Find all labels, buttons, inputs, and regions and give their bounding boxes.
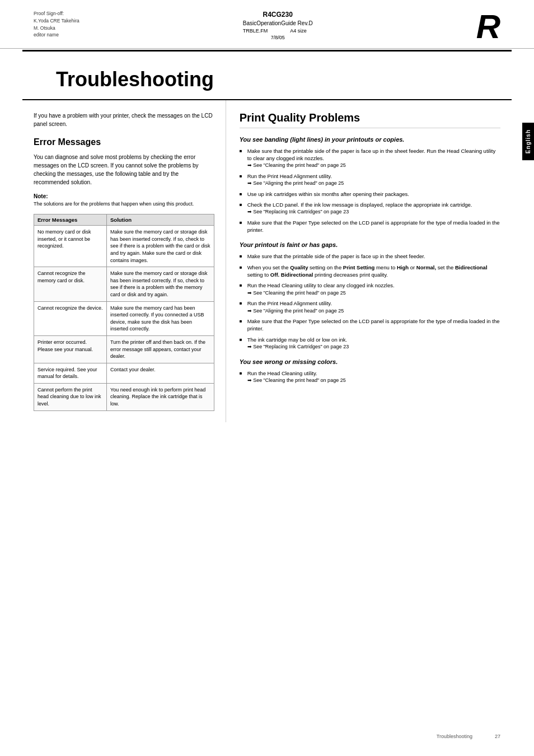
list-item: ■Make sure that the Paper Type selected … [240, 318, 500, 333]
table-row: Service required. See your manual for de… [34, 363, 214, 383]
solution-cell: Contact your dealer. [107, 363, 214, 383]
print-quality-title: Print Quality Problems [240, 111, 500, 128]
reference-link: ➡ See "Cleaning the print head" on page … [247, 290, 500, 297]
solution-cell: Make sure the memory card or storage dis… [107, 226, 214, 267]
bullet-text: Use up ink cartridges within six months … [247, 190, 500, 198]
list-item: ■Make sure that the printable side of th… [240, 147, 500, 169]
bullet-text: Run the Print Head Alignment utility.➡ S… [247, 172, 500, 187]
error-message-cell: Cannot recognize the device. [34, 301, 107, 335]
list-item: ■Run the Print Head Alignment utility.➡ … [240, 300, 500, 314]
intro-text: If you have a problem with your printer,… [34, 111, 214, 128]
revision-letter: R [476, 10, 500, 44]
col-solution: Solution [107, 214, 214, 226]
table-row: Printer error occurred. Please see your … [34, 335, 214, 363]
solution-cell: Make sure the memory card or storage dis… [107, 267, 214, 301]
bullet-icon: ■ [240, 203, 247, 207]
solution-cell: You need enough ink to perform print hea… [107, 383, 214, 410]
bullet-list-0: ■Make sure that the printable side of th… [240, 147, 500, 234]
bullet-text: Check the LCD panel. If the ink low mess… [247, 201, 500, 216]
bullet-text: Run the Head Cleaning utility to clear a… [247, 282, 500, 296]
doc-size: A4 size [290, 27, 307, 35]
bullet-text: Run the Head Cleaning utility.➡ See "Cle… [247, 370, 500, 384]
solution-cell: Make sure the memory card has been inser… [107, 301, 214, 335]
bullet-icon: ■ [240, 192, 247, 197]
list-item: ■Make sure that the Paper Type selected … [240, 219, 500, 234]
bullet-icon: ■ [240, 265, 247, 270]
reference-link: ➡ See "Cleaning the print head" on page … [247, 162, 500, 169]
error-messages-desc: You can diagnose and solve most problems… [34, 153, 214, 186]
footer-page: 27 [495, 734, 500, 739]
page-title: Troubleshooting [56, 68, 478, 91]
header-left: Proof Sign-off: K.Yoda CRE TakehiraM. Ot… [34, 10, 79, 39]
table-row: Cannot recognize the memory card or disk… [34, 267, 214, 301]
bullet-icon: ■ [240, 301, 247, 306]
list-item: ■Check the LCD panel. If the ink low mes… [240, 201, 500, 216]
right-subsections: You see banding (light lines) in your pr… [240, 136, 500, 384]
main-content: If you have a problem with your printer,… [0, 100, 534, 422]
doc-title: R4CG230 [243, 10, 313, 20]
language-tab: English [522, 123, 534, 160]
doc-date: 7/8/05 [243, 34, 313, 41]
table-row: No memory card or disk inserted, or it c… [34, 226, 214, 267]
proof-signoff-label: Proof Sign-off: [34, 11, 64, 16]
bullet-text: Make sure that the printable side of the… [247, 253, 500, 260]
reference-link: ➡ See "Replacing Ink Cartridges" on page… [247, 208, 500, 216]
list-item: ■Run the Print Head Alignment utility.➡ … [240, 172, 500, 187]
error-message-cell: No memory card or disk inserted, or it c… [34, 226, 107, 267]
table-row: Cannot perform the print head cleaning d… [34, 383, 214, 410]
bullet-icon: ■ [240, 371, 247, 376]
bullet-icon: ■ [240, 174, 247, 179]
error-message-cell: Service required. See your manual for de… [34, 363, 107, 383]
bullet-icon: ■ [240, 254, 247, 259]
list-item: ■Use up ink cartridges within six months… [240, 190, 500, 198]
page: Proof Sign-off: K.Yoda CRE TakehiraM. Ot… [0, 0, 534, 756]
bullet-list-1: ■Make sure that the printable side of th… [240, 253, 500, 350]
bullet-icon: ■ [240, 319, 247, 324]
note-label: Note: [34, 193, 214, 199]
bullet-text: The ink cartridge may be old or low on i… [247, 336, 500, 351]
bullet-icon: ■ [240, 338, 247, 342]
header-center: R4CG230 BasicOperationGuide Rev.D TRBLE.… [243, 10, 313, 41]
author-names: K.Yoda CRE TakehiraM. Otsukaeditor name [34, 18, 79, 38]
footer: Troubleshooting 27 [437, 734, 500, 739]
subsection-0: You see banding (light lines) in your pr… [240, 136, 500, 234]
left-column: If you have a problem with your printer,… [22, 100, 226, 422]
list-item: ■Run the Head Cleaning utility to clear … [240, 282, 500, 296]
doc-file: TRBLE.FM [243, 27, 268, 35]
bullet-text: Run the Print Head Alignment utility.➡ S… [247, 300, 500, 314]
subsection-title-2: You see wrong or missing colors. [240, 358, 500, 365]
bullet-icon: ■ [240, 149, 247, 153]
bullet-icon: ■ [240, 283, 247, 288]
doc-subtitle: BasicOperationGuide Rev.D [243, 20, 313, 27]
subsection-2: You see wrong or missing colors.■Run the… [240, 358, 500, 384]
reference-link: ➡ See "Cleaning the print head" on page … [247, 377, 500, 384]
reference-link: ➡ See "Aligning the print head" on page … [247, 180, 500, 187]
list-item: ■When you set the Quality setting on the… [240, 264, 500, 279]
subsection-title-0: You see banding (light lines) in your pr… [240, 136, 500, 143]
col-error-messages: Error Messages [34, 214, 107, 226]
list-item: ■The ink cartridge may be old or low on … [240, 336, 500, 351]
right-column: English Print Quality Problems You see b… [226, 100, 512, 422]
table-row: Cannot recognize the device.Make sure th… [34, 301, 214, 335]
subsection-title-1: Your printout is faint or has gaps. [240, 241, 500, 248]
error-table: Error Messages Solution No memory card o… [34, 214, 214, 410]
header: Proof Sign-off: K.Yoda CRE TakehiraM. Ot… [0, 0, 534, 49]
footer-section: Troubleshooting [437, 734, 472, 739]
bullet-text: Make sure that the Paper Type selected o… [247, 219, 500, 234]
bullet-text: Make sure that the printable side of the… [247, 147, 500, 169]
error-message-cell: Cannot recognize the memory card or disk… [34, 267, 107, 301]
note-text: The solutions are for the problems that … [34, 200, 214, 208]
solution-cell: Turn the printer off and then back on. I… [107, 335, 214, 363]
reference-link: ➡ See "Aligning the print head" on page … [247, 307, 500, 315]
error-message-cell: Printer error occurred. Please see your … [34, 335, 107, 363]
subsection-1: Your printout is faint or has gaps.■Make… [240, 241, 500, 350]
reference-link: ➡ See "Replacing Ink Cartridges" on page… [247, 343, 500, 351]
error-message-cell: Cannot perform the print head cleaning d… [34, 383, 107, 410]
list-item: ■Run the Head Cleaning utility.➡ See "Cl… [240, 370, 500, 384]
bullet-icon: ■ [240, 221, 247, 225]
error-messages-title: Error Messages [34, 137, 214, 147]
bullet-text: When you set the Quality setting on the … [247, 264, 500, 279]
page-title-section: Troubleshooting [22, 52, 512, 100]
bullet-list-2: ■Run the Head Cleaning utility.➡ See "Cl… [240, 370, 500, 384]
bullet-text: Make sure that the Paper Type selected o… [247, 318, 500, 333]
